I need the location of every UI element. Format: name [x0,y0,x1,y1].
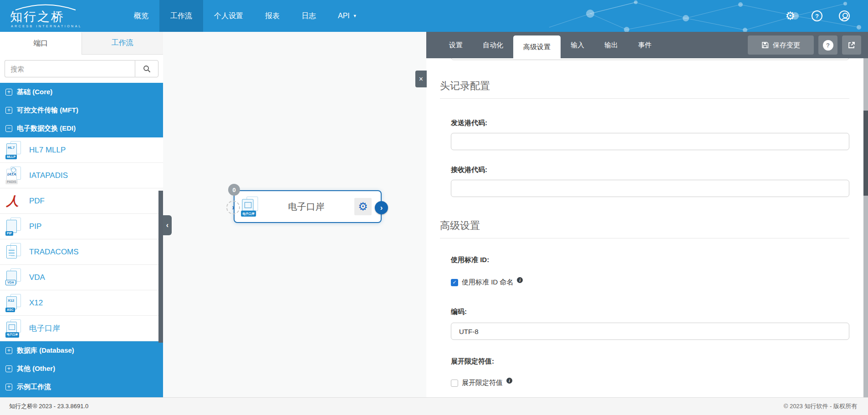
group-core[interactable]: +基础 (Core) [0,83,163,101]
workflow-canvas[interactable]: ‹ 0 › 电子口岸 电子口岸 ⚙ › [163,32,426,397]
section-divider [440,98,849,99]
sidebar-tab-workflows[interactable]: 工作流 [82,32,163,55]
nav-item-workflow[interactable]: 工作流 [159,0,203,32]
sidebar-collapse-handle[interactable]: ‹ [163,215,172,235]
navbar-actions: ⚙ ? [785,0,868,32]
nav-item-reports[interactable]: 报表 [254,0,291,32]
recv-port-code-input[interactable] [451,180,849,197]
port-item-china-customs[interactable]: 电子口岸 电子口岸 [0,316,163,341]
section-divider [440,238,849,238]
panel-scrollbar-track[interactable] [863,58,868,397]
group-mft[interactable]: +可控文件传输 (MFT) [0,101,163,119]
logo-arc [14,4,77,10]
pdf-icon [5,192,22,210]
close-icon: × [419,75,423,83]
encoding-input[interactable] [451,323,849,340]
tab-automation[interactable]: 自动化 [473,32,513,58]
cutoff-input-field[interactable] [451,58,849,60]
chevron-right-icon: › [380,203,383,213]
pip-icon: PIP [5,218,22,236]
iata-padis-icon: IATAPADIS [5,167,22,185]
search-input[interactable] [5,60,135,77]
nav-item-profile[interactable]: 个人设置 [203,0,254,32]
help-icon: ? [823,40,833,51]
expand-qualifier-checkbox-label: 展开限定符值 [462,379,503,387]
standard-id-checkbox-label: 使用标准 ID 命名 [462,278,513,287]
logo-title: 知行之桥 [10,10,123,23]
port-item-pdf[interactable]: PDF [0,188,163,214]
section-title-advanced: 高级设置 [440,219,849,233]
logo-subtitle: ARCESB INTERNATIONAL [11,25,123,28]
standard-id-checkbox[interactable]: ✓ [451,279,458,286]
port-item-x12[interactable]: X12ASC X12 [0,290,163,316]
help-icon[interactable]: ? [812,10,822,21]
gear-icon: ⚙ [358,200,368,213]
main-nav: 概览 工作流 个人设置 报表 日志 API▼ [123,0,368,32]
expand-qualifier-checkbox[interactable] [451,380,458,387]
plus-square-icon: + [5,107,12,114]
send-port-code-input[interactable] [451,133,849,150]
plus-square-icon: + [5,384,12,390]
group-edi[interactable]: −电子数据交换 (EDI) [0,119,163,137]
port-item-iatapadis[interactable]: IATAPADIS IATAPADIS [0,163,163,188]
group-sample-workflows[interactable]: +示例工作流 [0,378,163,396]
main-area: 端口 工作流 +基础 (Core) +可控文件传输 (MFT) −电子数据交换 … [0,32,868,397]
panel-tab-bar: 设置 自动化 高级设置 输入 输出 事件 保存变更 ? [426,32,868,58]
group-other[interactable]: +其他 (Other) [0,359,163,378]
china-customs-icon: 电子口岸 [241,197,259,217]
send-port-code-label: 发送港代码: [451,119,849,127]
port-item-vda[interactable]: VDA VDA [0,265,163,290]
node-settings-button[interactable]: ⚙ [354,198,372,215]
recv-port-code-label: 接收港代码: [451,166,849,174]
search-icon [143,65,151,73]
open-external-button[interactable] [842,35,861,55]
sidebar-tabs: 端口 工作流 [0,32,163,55]
sidebar-filler [0,396,163,397]
gear-icon[interactable]: ⚙ [785,10,795,21]
sidebar-tab-ports[interactable]: 端口 [0,32,82,55]
app-root: 知行之桥 ARCESB INTERNATIONAL 概览 工作流 个人设置 报表… [0,0,868,415]
section-title-header-record: 头记录配置 [440,79,849,93]
node-output-connector[interactable]: › [375,201,388,214]
hl7-mllp-icon: HL7MLLP [5,141,22,159]
node-label: 电子口岸 [258,201,354,213]
app-logo[interactable]: 知行之桥 ARCESB INTERNATIONAL [0,0,123,32]
tab-input[interactable]: 输入 [561,32,594,58]
tab-events[interactable]: 事件 [628,32,662,58]
node-count-badge: 0 [228,184,240,196]
nav-item-overview[interactable]: 概览 [123,0,159,32]
encoding-label: 编码: [451,308,849,316]
search-button[interactable] [135,60,158,77]
port-item-pip[interactable]: PIP PIP [0,214,163,239]
footer: 知行之桥® 2023 - 23.3.8691.0 © 2023 知行软件 - 版… [0,397,868,415]
panel-scrollbar-thumb[interactable] [863,111,868,196]
tab-settings[interactable]: 设置 [439,32,473,58]
footer-copyright-text: © 2023 知行软件 - 版权所有 [784,402,857,410]
settings-panel: × 设置 自动化 高级设置 输入 输出 事件 保存变更 ? [426,32,868,397]
footer-version-text: 知行之桥® 2023 - 23.3.8691.0 [9,402,88,410]
china-customs-icon: 电子口岸 [5,319,22,338]
account-icon[interactable] [839,10,850,21]
save-changes-button[interactable]: 保存变更 [748,35,814,55]
expand-qualifier-checkbox-row: 展开限定符值 i [451,378,849,388]
tab-output[interactable]: 输出 [594,32,628,58]
node-input-connector[interactable]: › [226,201,240,214]
tab-advanced-settings[interactable]: 高级设置 [513,35,561,58]
panel-close-button[interactable]: × [415,71,427,87]
info-icon[interactable]: i [506,378,512,384]
port-item-tradacoms[interactable]: TRADACOMS [0,239,163,265]
group-database[interactable]: +数据库 (Database) [0,341,163,359]
check-icon: ✓ [452,279,456,285]
nav-item-logs[interactable]: 日志 [291,0,327,32]
sidebar-scrollbar[interactable] [158,191,163,343]
top-navbar: 知行之桥 ARCESB INTERNATIONAL 概览 工作流 个人设置 报表… [0,0,868,32]
plus-square-icon: + [5,365,12,372]
workflow-node-china-customs[interactable]: 0 › 电子口岸 电子口岸 ⚙ › [234,190,382,223]
port-item-hl7-mllp[interactable]: HL7MLLP HL7 MLLP [0,137,163,163]
panel-body: 头记录配置 发送港代码: 接收港代码: 高级设置 使用标准 ID: ✓ 使用标准… [426,58,868,397]
panel-help-button[interactable]: ? [818,35,837,55]
x12-icon: X12ASC [5,294,22,312]
info-icon[interactable]: i [517,277,523,283]
nav-item-api[interactable]: API▼ [327,0,368,32]
sidebar-search [0,55,163,83]
